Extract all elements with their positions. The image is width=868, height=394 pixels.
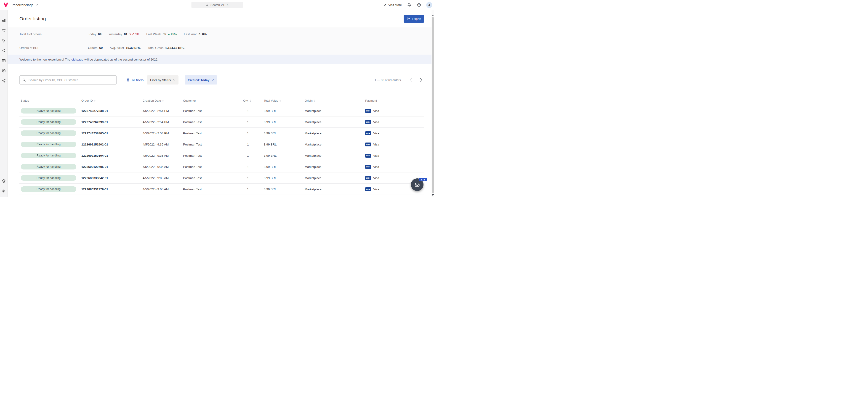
- table-row[interactable]: Ready for handling 1222692150104-01 4/5/…: [20, 150, 424, 161]
- global-search-label: Search VTEX: [211, 3, 228, 7]
- order-search-input[interactable]: [28, 78, 114, 82]
- column-label: Total Value: [264, 99, 278, 102]
- origin-cell: Marketplace: [305, 176, 365, 180]
- layout-icon[interactable]: [2, 59, 6, 63]
- customer-cell: Postman Test: [183, 154, 243, 157]
- table-row[interactable]: Ready for handling 1222743262099-01 4/5/…: [20, 117, 424, 128]
- scroll-down-arrow-icon[interactable]: [432, 194, 434, 196]
- visa-card-icon: VISA: [365, 176, 371, 180]
- all-filters-button[interactable]: All filters: [126, 78, 144, 82]
- table-row[interactable]: Ready for handling 1222743238805-01 4/5/…: [20, 128, 424, 139]
- table-row[interactable]: Ready for handling 1222743277838-01 4/5/…: [20, 105, 424, 117]
- customer-cell: Postman Test: [183, 109, 243, 112]
- column-header-creation-date[interactable]: Creation Date: [143, 99, 183, 102]
- vtex-logo-icon[interactable]: [3, 2, 8, 7]
- table-row[interactable]: Ready for handling 1222692151502-01 4/5/…: [20, 139, 424, 150]
- column-header-order-id[interactable]: Order ID: [81, 99, 143, 102]
- creation-date-cell: 4/5/2022 - 9:35 AM: [143, 154, 183, 157]
- qty-cell: 1: [243, 143, 264, 146]
- customer-cell: Postman Test: [183, 132, 243, 135]
- payment-cell: VISAVisa: [365, 165, 424, 169]
- status-badge: Ready for handling: [21, 108, 76, 113]
- cube-icon[interactable]: [2, 68, 6, 73]
- column-label: Qty.: [243, 99, 248, 102]
- avatar[interactable]: J: [426, 2, 432, 8]
- shell: Order listing Export Total # of orders T…: [0, 10, 432, 197]
- visa-card-icon: VISA: [365, 142, 371, 146]
- table-row[interactable]: Ready for handling 1222692129705-01 4/5/…: [20, 161, 424, 172]
- pagination-prev-button[interactable]: [409, 78, 413, 82]
- metric-value: 81: [124, 32, 127, 36]
- creation-date-cell: 4/5/2022 - 9:05 AM: [143, 176, 183, 180]
- banner-text-after: will be deprecated as of the second seme…: [84, 58, 158, 61]
- external-link-icon: [383, 3, 386, 6]
- column-header-total-value[interactable]: Total Value: [264, 99, 305, 102]
- help-icon[interactable]: ?: [416, 2, 422, 7]
- table-row[interactable]: Ready for handling 1222680331779-01 4/5/…: [20, 184, 424, 195]
- order-id-cell: 1222680338842-01: [81, 176, 143, 180]
- column-header-qty[interactable]: Qty.: [243, 99, 264, 102]
- scrollbar[interactable]: [432, 10, 434, 197]
- scrollbar-thumb[interactable]: [432, 17, 434, 193]
- order-id-cell: 1222692150104-01: [81, 154, 143, 157]
- origin-cell: Marketplace: [305, 120, 365, 124]
- payment-label: Visa: [373, 176, 379, 180]
- export-button[interactable]: Export: [404, 15, 424, 23]
- qty-cell: 1: [243, 109, 264, 112]
- background-tasks-fab[interactable]: 576: [411, 178, 424, 191]
- column-label: Status: [21, 99, 29, 102]
- page-header: Order listing Export: [7, 10, 432, 27]
- column-label: Order ID: [81, 99, 93, 102]
- sort-icon: [250, 99, 251, 102]
- pagination-next-button[interactable]: [419, 78, 423, 82]
- global-search-button[interactable]: Search VTEX: [191, 2, 243, 8]
- payment-label: Visa: [373, 132, 379, 135]
- status-badge: Ready for handling: [21, 153, 76, 158]
- creation-date-cell: 4/5/2022 - 9:35 AM: [143, 165, 183, 169]
- trend-up-icon: [168, 34, 170, 35]
- inbox-tray-icon: [414, 182, 420, 188]
- metric-label: Today: [88, 32, 96, 36]
- share-icon[interactable]: [2, 78, 6, 83]
- customer-cell: Postman Test: [183, 143, 243, 146]
- table-row-partial[interactable]: Ready for handling: [20, 195, 424, 197]
- payment-label: Visa: [373, 109, 379, 112]
- layers-icon[interactable]: [2, 179, 6, 183]
- account-switcher[interactable]: recorrenciaqa: [12, 3, 38, 7]
- delta-value: -15%: [132, 32, 140, 36]
- vtex-admin-app: recorrenciaqa Search VTEX Visit store: [0, 0, 434, 197]
- megaphone-icon[interactable]: [2, 48, 6, 53]
- filter-by-status-dropdown[interactable]: Filter by Status: [147, 75, 179, 85]
- payment-cell: VISAVisa: [365, 120, 424, 124]
- tag-icon[interactable]: [2, 38, 6, 43]
- visa-card-icon: VISA: [365, 187, 371, 191]
- origin-cell: Marketplace: [305, 154, 365, 157]
- customer-cell: Postman Test: [183, 176, 243, 180]
- bar-chart-icon[interactable]: [2, 18, 6, 23]
- column-header-origin[interactable]: Origin: [305, 99, 365, 102]
- scroll-up-arrow-icon[interactable]: [432, 14, 434, 16]
- sort-icon: [94, 99, 96, 102]
- total-value-cell: 3.99 BRL: [264, 109, 305, 112]
- creation-date-cell: 4/5/2022 - 2:54 PM: [143, 120, 183, 124]
- notifications-bell-icon[interactable]: [407, 2, 412, 7]
- metric-yesterday: Yesterday 81 -15%: [108, 32, 139, 36]
- old-page-link[interactable]: old page: [71, 58, 83, 61]
- table-row[interactable]: Ready for handling 1222680338842-01 4/5/…: [20, 172, 424, 184]
- visit-store-button[interactable]: Visit store: [383, 3, 402, 7]
- metric-value: 69: [98, 32, 101, 36]
- gear-icon[interactable]: [2, 189, 6, 193]
- export-label: Export: [412, 17, 421, 21]
- sidebar: [0, 10, 7, 197]
- qty-cell: 1: [243, 154, 264, 157]
- created-filter-dropdown[interactable]: Created: Today: [185, 75, 217, 85]
- metric-value: 55: [163, 32, 166, 36]
- cart-icon[interactable]: [2, 28, 6, 33]
- sort-icon: [279, 99, 281, 102]
- metric-avg-ticket: Avg. ticket 16.30 BRL: [110, 46, 141, 50]
- payment-cell: VISAVisa: [365, 131, 424, 135]
- total-value-cell: 3.99 BRL: [264, 176, 305, 180]
- sort-icon: [314, 99, 316, 102]
- origin-cell: Marketplace: [305, 188, 365, 191]
- order-id-cell: 1222743277838-01: [81, 109, 143, 112]
